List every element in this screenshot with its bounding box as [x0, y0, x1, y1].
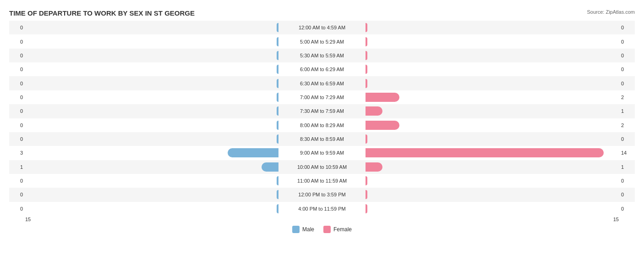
male-bar: [277, 190, 278, 199]
male-bar: [277, 106, 278, 116]
male-bar: [277, 134, 278, 144]
legend-female-label: Female: [333, 226, 352, 233]
female-bar: [366, 134, 367, 144]
female-bar-wrap: [322, 106, 382, 116]
bars-center: 4:00 PM to 11:59 PM: [25, 202, 619, 216]
right-value: 0: [619, 25, 635, 30]
female-bar: [366, 65, 367, 74]
bar-row: 0 7:30 AM to 7:59 AM 1: [9, 104, 635, 118]
male-bar-wrap: [277, 190, 322, 199]
male-bar: [277, 23, 278, 32]
female-bar: [366, 148, 604, 157]
female-bar-wrap: [322, 51, 367, 60]
male-bar-wrap: [277, 176, 322, 185]
bars-center: 6:30 AM to 6:59 AM: [25, 76, 619, 90]
bars-center: 12:00 PM to 3:59 PM: [25, 188, 619, 201]
source-text: Source: ZipAtlas.com: [587, 9, 635, 15]
chart-container: TIME OF DEPARTURE TO WORK BY SEX IN ST G…: [0, 0, 644, 273]
bars-center: 5:30 AM to 5:59 AM: [25, 49, 619, 62]
female-bar: [366, 204, 367, 213]
female-bar-wrap: [322, 65, 367, 74]
female-bar: [366, 79, 367, 88]
chart-title: TIME OF DEPARTURE TO WORK BY SEX IN ST G…: [9, 9, 635, 17]
right-value: 0: [619, 39, 635, 45]
left-value: 1: [9, 164, 25, 170]
right-value: 2: [619, 95, 635, 100]
male-bar-wrap: [277, 23, 322, 32]
female-bar: [366, 176, 367, 185]
bar-row: 0 11:00 AM to 11:59 AM 0: [9, 174, 635, 188]
bar-row: 0 8:00 AM to 8:29 AM 2: [9, 118, 635, 132]
left-value: 0: [9, 178, 25, 184]
female-bar-wrap: [322, 93, 399, 102]
female-bar-wrap: [322, 162, 382, 172]
left-value: 3: [9, 150, 25, 156]
female-bar-wrap: [322, 23, 367, 32]
female-bar-wrap: [322, 134, 367, 144]
female-bar-wrap: [322, 176, 367, 185]
right-value: 0: [619, 192, 635, 197]
bar-row: 0 6:30 AM to 6:59 AM 0: [9, 76, 635, 90]
legend-male: Male: [292, 226, 314, 233]
male-bar-wrap: [277, 37, 322, 46]
right-value: 0: [619, 206, 635, 212]
right-value: 0: [619, 53, 635, 58]
left-value: 0: [9, 108, 25, 114]
left-value: 0: [9, 39, 25, 45]
bar-row: 0 8:30 AM to 8:59 AM 0: [9, 132, 635, 146]
female-bar-wrap: [322, 148, 604, 157]
bars-center: 12:00 AM to 4:59 AM: [25, 21, 619, 34]
bar-row: 3 9:00 AM to 9:59 AM 14: [9, 146, 635, 160]
bar-row: 0 7:00 AM to 7:29 AM 2: [9, 90, 635, 104]
male-bar-wrap: [277, 51, 322, 60]
male-bar: [277, 79, 278, 88]
right-value: 1: [619, 108, 635, 114]
rows-container: 0 12:00 AM to 4:59 AM 0 0 5:00 AM to 5:2…: [9, 21, 635, 216]
bar-row: 0 12:00 PM to 3:59 PM 0: [9, 188, 635, 201]
bar-row: 1 10:00 AM to 10:59 AM 1: [9, 160, 635, 174]
left-value: 0: [9, 206, 25, 212]
female-bar: [366, 121, 399, 130]
female-bar: [366, 190, 367, 199]
male-bar-wrap: [228, 148, 322, 157]
male-bar: [228, 148, 278, 157]
bars-center: 10:00 AM to 10:59 AM: [25, 160, 619, 174]
female-bar-wrap: [322, 190, 367, 199]
male-bar: [262, 162, 278, 172]
bars-center: 9:00 AM to 9:59 AM: [25, 146, 619, 160]
bar-row: 0 5:00 AM to 5:29 AM 0: [9, 34, 635, 48]
female-bar-wrap: [322, 121, 399, 130]
male-bar: [277, 204, 278, 213]
male-bar-wrap: [277, 121, 322, 130]
bar-row: 0 6:00 AM to 6:29 AM 0: [9, 62, 635, 76]
right-value: 0: [619, 178, 635, 184]
axis-labels: 15 15: [9, 217, 635, 222]
male-bar: [277, 121, 278, 130]
right-value: 0: [619, 136, 635, 142]
bars-center: 7:30 AM to 7:59 AM: [25, 104, 619, 118]
male-bar-wrap: [277, 93, 322, 102]
male-bar: [277, 65, 278, 74]
bars-center: 5:00 AM to 5:29 AM: [25, 34, 619, 48]
legend-male-box: [292, 226, 300, 233]
left-value: 0: [9, 25, 25, 30]
female-bar: [366, 162, 382, 172]
bars-center: 8:00 AM to 8:29 AM: [25, 118, 619, 132]
male-bar: [277, 93, 278, 102]
legend-female: Female: [323, 226, 352, 233]
bars-center: 8:30 AM to 8:59 AM: [25, 132, 619, 146]
right-value: 0: [619, 81, 635, 86]
legend-male-label: Male: [302, 226, 314, 233]
axis-right: 15: [613, 217, 619, 222]
male-bar: [277, 37, 278, 46]
left-value: 0: [9, 192, 25, 197]
right-value: 2: [619, 123, 635, 128]
left-value: 0: [9, 67, 25, 72]
left-value: 0: [9, 81, 25, 86]
bar-row: 0 4:00 PM to 11:59 PM 0: [9, 202, 635, 216]
male-bar-wrap: [277, 106, 322, 116]
bar-row: 0 5:30 AM to 5:59 AM 0: [9, 49, 635, 62]
chart-area: 0 12:00 AM to 4:59 AM 0 0 5:00 AM to 5:2…: [9, 21, 635, 234]
axis-left: 15: [25, 217, 31, 222]
bar-row: 0 12:00 AM to 4:59 AM 0: [9, 21, 635, 34]
